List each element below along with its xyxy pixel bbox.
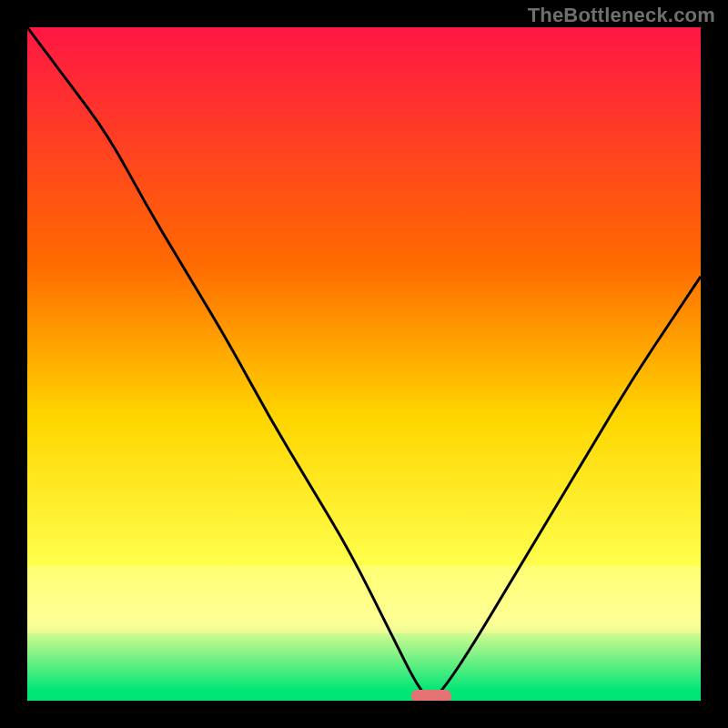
bottleneck-chart xyxy=(27,27,701,701)
optimal-marker xyxy=(411,690,451,701)
green-band xyxy=(27,691,701,701)
chart-frame: TheBottleneck.com xyxy=(0,0,728,728)
pale-yellow-band xyxy=(27,566,701,633)
watermark-text: TheBottleneck.com xyxy=(528,4,715,27)
plot-area xyxy=(27,27,701,701)
